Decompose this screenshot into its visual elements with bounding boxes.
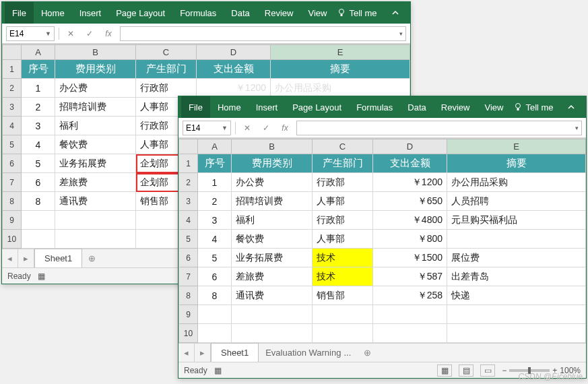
add-sheet-button[interactable]: ⊕ (82, 249, 101, 268)
zoom-slider[interactable] (509, 369, 550, 372)
cell[interactable] (232, 324, 313, 343)
cell[interactable]: 快递 (447, 286, 586, 305)
col-header-c[interactable]: C (313, 139, 373, 154)
tab-formulas[interactable]: Formulas (349, 96, 400, 118)
cell[interactable]: 摘要 (447, 154, 586, 173)
col-header-e[interactable]: E (447, 139, 586, 154)
cell[interactable] (313, 324, 373, 343)
cell[interactable]: 支出金额 (373, 154, 447, 173)
grid[interactable]: A B C D E 1 序号 费用类别 产生部门 支出金额 摘要 21办公费行政… (178, 138, 586, 343)
cell[interactable]: 3 (198, 211, 232, 230)
col-header-b[interactable]: B (55, 45, 136, 60)
cell[interactable]: 产生部门 (313, 154, 373, 173)
cell[interactable]: 3 (22, 117, 55, 135)
row-header[interactable]: 8 (179, 286, 198, 305)
cell[interactable]: 4 (198, 230, 232, 249)
cell[interactable]: 2 (198, 192, 232, 211)
view-page-break[interactable]: ▭ (480, 364, 495, 377)
tab-insert[interactable]: Insert (72, 2, 109, 24)
cell[interactable] (198, 324, 232, 343)
cell[interactable]: 8 (198, 286, 232, 305)
cell[interactable]: 行政部 (136, 79, 197, 98)
row-header[interactable]: 1 (179, 154, 198, 173)
cell[interactable]: 费用类别 (232, 154, 313, 173)
cell[interactable]: 元旦购买福利品 (447, 211, 586, 230)
fx-icon[interactable]: fx (277, 121, 292, 135)
cell[interactable]: 1 (198, 173, 232, 192)
cell[interactable] (313, 305, 373, 324)
cell[interactable]: 4 (22, 135, 55, 154)
cell[interactable]: 8 (22, 192, 55, 211)
cell[interactable]: 差旅费 (55, 173, 136, 192)
cell[interactable]: 支出金额 (197, 60, 271, 79)
tab-page-layout[interactable]: Page Layout (108, 2, 172, 24)
formula-input[interactable]: ▾ (296, 121, 582, 135)
cell[interactable] (22, 230, 55, 249)
row-header[interactable]: 9 (179, 305, 198, 324)
row-header[interactable]: 3 (179, 192, 198, 211)
row-header[interactable]: 3 (3, 98, 22, 117)
tab-insert[interactable]: Insert (249, 96, 286, 118)
row-header[interactable]: 4 (3, 117, 22, 135)
cell[interactable]: 办公费 (55, 79, 136, 98)
cell[interactable]: 展位费 (447, 249, 586, 267)
sheet-tab[interactable]: Sheet1 (34, 249, 82, 267)
fx-icon[interactable]: fx (101, 26, 116, 41)
cell[interactable]: 产生部门 (136, 60, 197, 79)
cell[interactable]: 人事部 (313, 192, 373, 211)
cell[interactable]: 行政部 (313, 173, 373, 192)
cell[interactable]: 行政部 (313, 211, 373, 230)
cell[interactable]: 办公用品采购 (447, 173, 586, 192)
cell[interactable]: ￥1200 (197, 79, 271, 98)
cell[interactable]: 餐饮费 (232, 230, 313, 249)
select-all-corner[interactable] (179, 139, 198, 154)
row-header[interactable]: 7 (3, 173, 22, 192)
tab-nav-prev[interactable]: ◂ (178, 344, 195, 362)
cell[interactable]: 人事部 (313, 230, 373, 249)
select-all-corner[interactable] (3, 45, 22, 60)
tab-home[interactable]: Home (34, 2, 72, 24)
cell[interactable] (373, 324, 447, 343)
row-header[interactable]: 1 (3, 60, 22, 79)
cell[interactable]: 办公用品采购 (271, 79, 410, 98)
view-normal[interactable]: ▦ (437, 364, 452, 377)
macro-icon[interactable]: ▦ (38, 271, 45, 281)
tell-me[interactable]: Tell me (337, 8, 377, 18)
tab-formulas[interactable]: Formulas (172, 2, 224, 24)
tab-home[interactable]: Home (210, 96, 249, 118)
col-header-a[interactable]: A (198, 139, 232, 154)
cell[interactable]: 餐饮费 (55, 135, 136, 154)
cell[interactable]: ￥1500 (373, 249, 447, 267)
cell[interactable]: 5 (22, 154, 55, 173)
cell[interactable]: 业务拓展费 (55, 154, 136, 173)
row-header[interactable]: 10 (179, 324, 198, 343)
cell[interactable]: 人员招聘 (447, 192, 586, 211)
cell[interactable] (55, 230, 136, 249)
cell[interactable]: 2 (22, 98, 55, 117)
cell[interactable]: 6 (198, 267, 232, 286)
tab-nav-prev[interactable]: ◂ (2, 249, 18, 268)
tab-view[interactable]: View (477, 96, 511, 118)
tab-nav-next[interactable]: ▸ (18, 249, 34, 268)
tab-page-layout[interactable]: Page Layout (285, 96, 349, 118)
cell[interactable] (447, 230, 586, 249)
tab-data[interactable]: Data (224, 2, 257, 24)
cell[interactable] (447, 324, 586, 343)
tab-file[interactable]: File (181, 96, 210, 118)
cell[interactable]: 序号 (198, 154, 232, 173)
name-box[interactable]: E14▼ (6, 26, 55, 41)
cell[interactable]: 招聘培训费 (55, 98, 136, 117)
tell-me[interactable]: Tell me (513, 102, 553, 113)
col-header-b[interactable]: B (232, 139, 313, 154)
cell[interactable]: 销售部 (313, 286, 373, 305)
tab-view[interactable]: View (300, 2, 334, 24)
sheet-tab[interactable]: Sheet1 (211, 343, 259, 362)
cell[interactable] (373, 305, 447, 324)
cell[interactable] (55, 211, 136, 230)
cell[interactable]: 1 (22, 79, 55, 98)
col-header-e[interactable]: E (271, 45, 410, 60)
cell[interactable]: 差旅费 (232, 267, 313, 286)
add-sheet-button[interactable]: ⊕ (358, 344, 377, 362)
cell[interactable] (198, 305, 232, 324)
row-header[interactable]: 5 (179, 230, 198, 249)
